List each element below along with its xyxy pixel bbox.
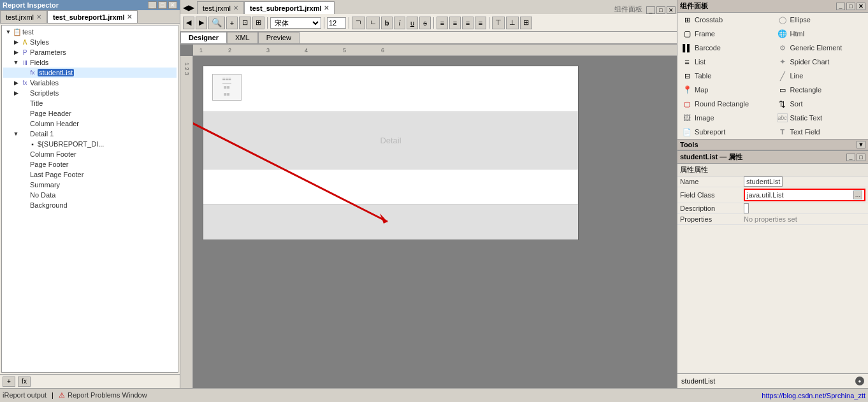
right-panel-close[interactable]: ✕ <box>667 6 676 14</box>
comp-table[interactable]: ⊟ Table <box>677 69 773 83</box>
tree-item-styles[interactable]: ▶ A Styles <box>3 37 177 47</box>
underline-btn[interactable]: u <box>407 17 418 29</box>
strikethrough-btn[interactable]: s <box>419 17 431 29</box>
nav-right-btn[interactable]: ▶ <box>196 17 207 29</box>
comp-panel-min[interactable]: _ <box>836 3 845 10</box>
prop-fieldclass-field[interactable]: java.util.List … <box>744 189 865 201</box>
comp-frame[interactable]: ▢ Frame <box>677 27 773 41</box>
close-panel-button[interactable]: ✕ <box>168 1 177 9</box>
valign-top-btn[interactable]: ⊤ <box>492 17 505 29</box>
tree-item-title[interactable]: Title <box>3 98 177 108</box>
tree-item-test[interactable]: ▼ 📋 test <box>3 27 177 37</box>
valign-bot-btn[interactable]: ⊞ <box>520 17 532 29</box>
zoom-in-btn[interactable]: + <box>226 17 238 29</box>
status-ireport[interactable]: iReport output <box>3 391 47 399</box>
tree-item-scriptlets[interactable]: ▶ Scriptlets <box>3 88 177 98</box>
add-field-button[interactable]: + <box>3 377 15 387</box>
align-center-btn[interactable]: ≡ <box>449 17 461 29</box>
tree-item-variables[interactable]: ▶ fx Variables <box>3 78 177 88</box>
align-right-btn[interactable]: ≡ <box>462 17 474 29</box>
center-tab-subreport[interactable]: test_subreport1.jrxml ✕ <box>244 1 335 14</box>
comp-line[interactable]: ╱ Line <box>773 69 869 83</box>
tab-test[interactable]: test.jrxml ✕ <box>0 10 47 23</box>
comp-ellipse[interactable]: ◯ Ellipse <box>773 13 869 27</box>
align-justify-btn[interactable]: ≡ <box>475 17 486 29</box>
comp-panel-close[interactable]: ✕ <box>857 3 865 10</box>
subreport-element[interactable]: ≡≡≡ ≡≡ ≡≡ <box>212 74 242 101</box>
nav-back[interactable]: ◀▶ <box>180 1 197 14</box>
label-columnheader: Column Header <box>30 120 79 127</box>
comp-list[interactable]: ≡ List <box>677 55 773 69</box>
right-panel-max[interactable]: □ <box>656 6 665 14</box>
comp-html[interactable]: 🌐 Html <box>773 27 869 41</box>
comp-crosstab[interactable]: ⊞ Crosstab <box>677 13 773 27</box>
props-panel-max[interactable]: □ <box>857 154 865 161</box>
tree-item-nodata[interactable]: No Data <box>3 190 177 200</box>
font-size-input[interactable] <box>327 17 346 29</box>
zoom-out-btn[interactable]: 🔍 <box>208 17 225 29</box>
tree-item-pagefooter[interactable]: Page Footer <box>3 159 177 169</box>
tab-subreport[interactable]: test_subreport1.jrxml ✕ <box>47 10 138 23</box>
tab-xml[interactable]: XML <box>227 32 258 43</box>
tab-subreport-close[interactable]: ✕ <box>127 13 132 20</box>
comp-table-label: Table <box>695 72 711 80</box>
tree-item-subreport-elem[interactable]: ▪ ${SUBREPORT_DI... <box>3 139 177 149</box>
tree-item-columnfooter[interactable]: Column Footer <box>3 149 177 159</box>
right-panel-min[interactable]: _ <box>646 6 655 14</box>
badge-circle[interactable]: ● <box>855 377 864 385</box>
expander-styles[interactable]: ▶ <box>12 38 20 46</box>
tab-test-close[interactable]: ✕ <box>36 13 41 20</box>
panel-toggle[interactable]: 组件面板 <box>612 4 645 14</box>
center-tab-test[interactable]: test.jrxml ✕ <box>197 1 244 14</box>
expander-detail1[interactable]: ▼ <box>12 130 20 138</box>
tree-item-detail1[interactable]: ▼ Detail 1 <box>3 129 177 139</box>
comp-rectangle[interactable]: ▭ Rectangle <box>773 83 869 97</box>
sort-desc-btn[interactable]: ㄴ <box>366 17 380 29</box>
expander-fields[interactable]: ▼ <box>12 59 20 66</box>
comp-map[interactable]: 📍 Map <box>677 83 773 97</box>
maximize-button[interactable]: □ <box>158 1 167 9</box>
comp-panel-max[interactable]: □ <box>846 3 855 10</box>
italic-btn[interactable]: i <box>394 17 405 29</box>
comp-statictext[interactable]: abc Static Text <box>773 111 869 125</box>
valign-mid-btn[interactable]: ⊥ <box>506 17 519 29</box>
tree-item-columnheader[interactable]: Column Header <box>3 118 177 129</box>
zoom-fit-btn[interactable]: ⊡ <box>239 17 251 29</box>
font-select[interactable]: 宋体 <box>270 17 321 29</box>
comp-spider[interactable]: ✦ Spider Chart <box>773 55 869 69</box>
comp-generic[interactable]: ⚙ Generic Element <box>773 41 869 55</box>
status-url[interactable]: https://blog.csdn.net/Sprchina_ztt <box>762 392 865 399</box>
prop-fieldclass-value[interactable]: java.util.List … <box>741 187 868 203</box>
tree-item-lastpagefooter[interactable]: Last Page Footer <box>3 169 177 180</box>
expander-test[interactable]: ▼ <box>4 28 12 36</box>
status-problems[interactable]: Report Problems Window <box>68 391 147 399</box>
expander-variables[interactable]: ▶ <box>12 79 20 87</box>
comp-image[interactable]: 🖼 Image <box>677 111 773 125</box>
edit-field-button[interactable]: fx <box>18 377 31 387</box>
tools-expand[interactable]: ▼ <box>857 141 865 148</box>
tree-item-fields[interactable]: ▼ Ⅲ Fields <box>3 57 177 68</box>
tab-designer[interactable]: Designer <box>180 32 227 43</box>
expander-parameters[interactable]: ▶ <box>12 48 20 56</box>
tree-item-studentlist[interactable]: fx studentList <box>3 68 177 78</box>
tree-item-parameters[interactable]: ▶ P Parameters <box>3 47 177 57</box>
tree-item-background[interactable]: Background <box>3 200 177 210</box>
tab-preview[interactable]: Preview <box>258 32 300 43</box>
report-tree[interactable]: ▼ 📋 test ▶ A Styles ▶ P Parameters <box>1 25 178 373</box>
align-left-btn[interactable]: ≡ <box>437 17 448 29</box>
comp-barcode[interactable]: ▌▌ Barcode <box>677 41 773 55</box>
comp-subreport[interactable]: 📄 Subreport <box>677 125 773 139</box>
expander-scriptlets[interactable]: ▶ <box>12 89 20 97</box>
zoom-custom-btn[interactable]: ⊞ <box>252 17 264 29</box>
minimize-button[interactable]: _ <box>148 1 157 9</box>
tree-item-summary[interactable]: Summary <box>3 180 177 190</box>
nav-left-btn[interactable]: ◀ <box>183 17 194 29</box>
prop-fieldclass-btn[interactable]: … <box>853 190 862 199</box>
tree-item-pageheader[interactable]: Page Header <box>3 108 177 118</box>
comp-sort[interactable]: ⇅ Sort <box>773 97 869 111</box>
props-panel-min[interactable]: _ <box>846 154 855 161</box>
bold-btn[interactable]: b <box>381 17 393 29</box>
comp-roundrect[interactable]: ▢ Round Rectangle <box>677 97 773 111</box>
sort-asc-btn[interactable]: ㄱ <box>352 17 365 29</box>
comp-textfield[interactable]: T Text Field <box>773 125 869 139</box>
